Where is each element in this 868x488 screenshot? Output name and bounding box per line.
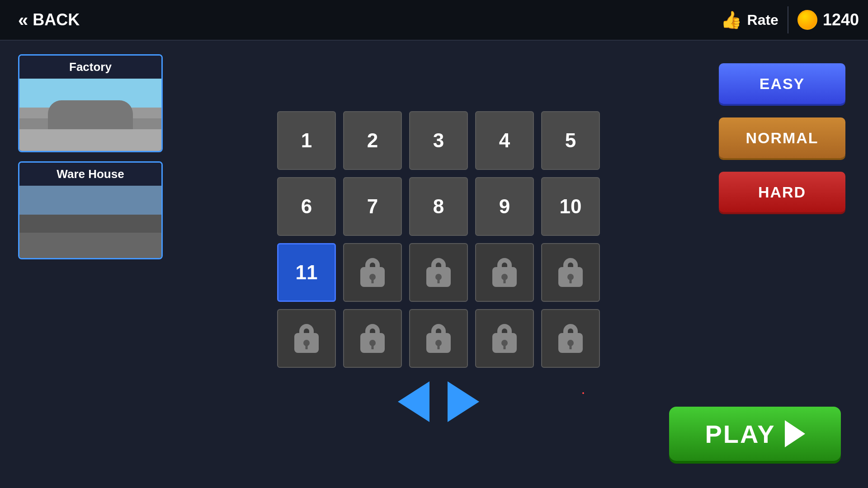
maps-panel: Factory Ware House bbox=[18, 54, 163, 474]
lock-icon bbox=[426, 258, 451, 287]
hard-button[interactable]: HARD bbox=[719, 172, 845, 212]
level-cell bbox=[541, 309, 600, 368]
back-label: BACK bbox=[33, 10, 80, 29]
rate-button[interactable]: 👍 Rate bbox=[721, 10, 778, 30]
level-cell bbox=[343, 309, 402, 368]
play-label: PLAY bbox=[705, 419, 775, 449]
lock-body bbox=[360, 267, 385, 287]
level-cell[interactable]: 3 bbox=[409, 111, 468, 170]
level-cell bbox=[343, 243, 402, 302]
level-cell[interactable]: 6 bbox=[277, 177, 336, 236]
level-cell[interactable]: 1 bbox=[277, 111, 336, 170]
lock-body bbox=[426, 333, 451, 353]
map-title-warehouse: Ware House bbox=[19, 163, 161, 186]
lock-body bbox=[360, 333, 385, 353]
lock-body bbox=[558, 267, 583, 287]
level-cell bbox=[409, 243, 468, 302]
lock-icon bbox=[360, 324, 385, 353]
lock-body bbox=[492, 333, 517, 353]
level-cell bbox=[475, 309, 534, 368]
level-cell bbox=[475, 243, 534, 302]
map-card-factory[interactable]: Factory bbox=[18, 54, 163, 152]
coins-amount: 1240 bbox=[823, 10, 859, 29]
back-arrows-icon: « bbox=[18, 10, 28, 30]
next-page-button[interactable] bbox=[448, 381, 479, 422]
factory-illustration bbox=[19, 79, 161, 151]
lock-icon bbox=[294, 324, 319, 353]
header-right: 👍 Rate 1240 bbox=[721, 6, 859, 33]
level-cell[interactable]: 7 bbox=[343, 177, 402, 236]
map-image-warehouse bbox=[19, 186, 161, 258]
map-image-factory bbox=[19, 79, 161, 151]
nav-arrows bbox=[398, 381, 479, 422]
map-title-factory: Factory bbox=[19, 56, 161, 79]
level-cell[interactable]: 2 bbox=[343, 111, 402, 170]
play-arrow-icon bbox=[785, 420, 805, 447]
warehouse-illustration bbox=[19, 186, 161, 258]
lock-body bbox=[294, 333, 319, 353]
lock-icon bbox=[558, 324, 583, 353]
map-card-warehouse[interactable]: Ware House bbox=[18, 161, 163, 259]
play-button[interactable]: PLAY bbox=[669, 407, 841, 461]
back-button[interactable]: « BACK bbox=[9, 5, 89, 35]
level-cell[interactable]: 4 bbox=[475, 111, 534, 170]
lock-icon bbox=[492, 324, 517, 353]
lock-body bbox=[426, 267, 451, 287]
level-row-2: 11 bbox=[277, 243, 600, 302]
normal-button[interactable]: NORMAL bbox=[719, 117, 845, 158]
prev-page-button[interactable] bbox=[398, 381, 429, 422]
level-cell[interactable]: 8 bbox=[409, 177, 468, 236]
header-divider bbox=[788, 6, 788, 33]
level-row-3 bbox=[277, 309, 600, 368]
level-cell[interactable]: 5 bbox=[541, 111, 600, 170]
level-cell bbox=[409, 309, 468, 368]
lock-icon bbox=[426, 324, 451, 353]
lock-icon bbox=[558, 258, 583, 287]
level-row-0: 12345 bbox=[277, 111, 600, 170]
level-cell[interactable]: 9 bbox=[475, 177, 534, 236]
thumbs-up-icon: 👍 bbox=[721, 10, 742, 30]
lock-body bbox=[558, 333, 583, 353]
coins-display: 1240 bbox=[797, 10, 859, 30]
easy-button[interactable]: Easy bbox=[719, 63, 845, 104]
rate-label: Rate bbox=[747, 12, 778, 28]
lock-icon bbox=[360, 258, 385, 287]
levels-panel: 1234567891011 bbox=[181, 54, 696, 474]
level-cell[interactable]: 10 bbox=[541, 177, 600, 236]
level-cell bbox=[277, 309, 336, 368]
level-grid: 1234567891011 bbox=[277, 111, 600, 368]
level-cell[interactable]: 11 bbox=[277, 243, 336, 302]
level-row-1: 678910 bbox=[277, 177, 600, 236]
level-cell bbox=[541, 243, 600, 302]
lock-icon bbox=[492, 258, 517, 287]
header: « BACK 👍 Rate 1240 bbox=[0, 0, 868, 41]
lock-body bbox=[492, 267, 517, 287]
coin-icon bbox=[797, 10, 817, 30]
